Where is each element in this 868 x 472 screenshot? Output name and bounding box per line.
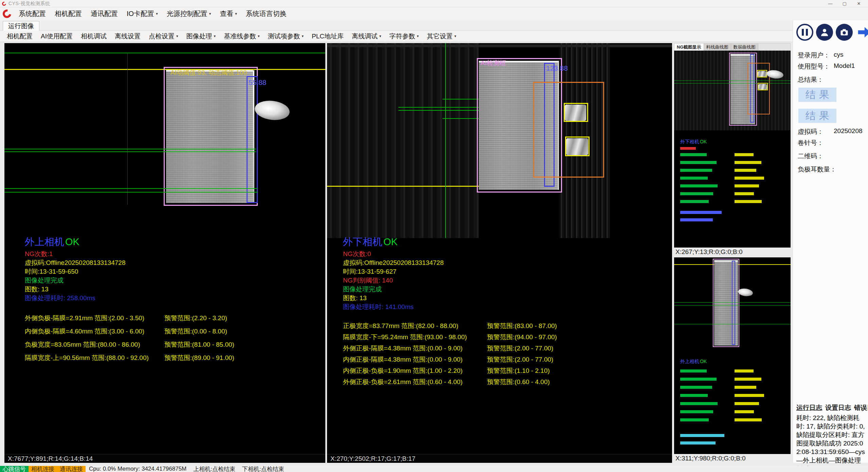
dropdown-caret-icon: ▾ [417,34,419,38]
toolbar-item-9[interactable]: 离线调试▾ [348,32,385,41]
log-tab-0[interactable]: 运行日志 [796,403,822,412]
mini-camera-title: 外下相机OK [680,139,707,145]
menu-item-1[interactable]: 相机配置 [50,7,86,20]
thumb-text-yellow [735,378,761,381]
ng-tab-0[interactable]: NG截图显示 [674,43,704,51]
log-tab-2[interactable]: 错误日志 [854,403,868,412]
measurement-row: 外侧正极-隔膜=4.38mm 范围:(0.00 - 9.00)预警范围:(2.0… [343,344,667,352]
mini-guide-line [674,83,791,84]
measurement-text: 内侧负极-隔膜=4.60mm 范围:(3.00 - 6.00) [25,328,144,335]
roi-box-blue [247,76,258,203]
metal-tab-part [254,99,291,122]
measure-value-label: 55.88 [249,78,267,87]
next-button[interactable] [855,24,868,41]
camera-button[interactable] [836,24,853,41]
reel-label: 卷针号： [798,139,833,147]
thumb-text-yellow [735,169,756,172]
menu-item-0[interactable]: 系统配置 [14,7,50,20]
mini-text-blue [680,211,722,214]
guide-line-green [4,192,258,193]
toolbar-item-1[interactable]: AI使用配置 [37,32,77,41]
machine-band [327,44,672,47]
ng-tab-1[interactable]: 料线曲线图 [704,43,731,51]
thumb-text-yellow [735,410,754,413]
toolbar-item-4[interactable]: 点检设置▾ [145,32,182,41]
virtual-code-row: 虚拟码： 20250208 [798,127,866,136]
minimize-button[interactable]: — [823,0,837,7]
dropdown-caret-icon: ▾ [214,34,216,38]
toolbar-item-3[interactable]: 离线设置 [111,32,145,41]
menu-item-4[interactable]: 光源控制配置▾ [162,7,216,20]
measurement-text: 负极宽度=83.05mm 范围:(80.00 - 86.00) [25,341,140,348]
capture-time: 时间:13-31-59-627 [343,267,396,276]
virtual-code-label: 虚拟码： [798,127,833,136]
thumb-text-row [680,410,787,414]
virtual-code: 虚拟码:Offline20250208133134728 [343,258,444,267]
ng-thumbnail-top[interactable]: 外下相机OK [674,51,791,248]
toolbar-item-2[interactable]: 相机调试 [77,32,111,41]
menu-item-3[interactable]: IO卡配置▾ [122,7,162,20]
menu-item-2[interactable]: 通讯配置 [86,7,122,20]
capture-time: 时间:13-31-59-650 [25,267,78,276]
view-tab-row: 运行图像 [0,20,793,31]
thumb-text-green [680,161,717,164]
left-camera-view[interactable]: AI动阈值:93, 动态阈值:100 55.88 外上相机OK NG次数:1 虚… [4,43,325,454]
thumb-text-yellow [735,394,764,397]
edge-line [127,53,128,205]
left-camera-panel: AI动阈值:93, 动态阈值:100 55.88 外上相机OK NG次数:1 虚… [4,43,325,463]
roi-box-yellow [564,103,588,122]
right-camera-view[interactable]: AI检测框 123.88 外下相机OK NG次数:0 虚拟码:Offline20… [327,43,672,454]
arrow-right-icon [856,24,868,40]
tab-run-image[interactable]: 运行图像 [3,21,39,31]
thumb-text-yellow [735,161,761,164]
camera-result: OK [65,236,79,247]
toolbar-item-6[interactable]: 基准线参数▾ [220,32,264,41]
process-done: 图像处理完成 [343,285,382,294]
measurement-warn: 预警范围:(83.00 - 87.00) [487,322,557,330]
thumb-text-row [680,161,787,165]
toolbar-item-5[interactable]: 图像处理▾ [182,32,220,41]
user-button[interactable] [816,24,833,41]
toolbar-item-10[interactable]: 字符参数▾ [385,32,423,41]
ai-threshold-label: AI动阈值:93, 动态阈值:100 [170,68,247,77]
thumb-text-row [680,378,787,382]
virtual-code: 虚拟码:Offline20250208133134728 [25,258,126,267]
thumb-text-green [680,184,718,187]
application-window: CYS-视觉检测系统 — ▢ ✕ 系统配置相机配置通讯配置IO卡配置▾光源控制配… [0,0,868,472]
thumb-text-green [680,394,708,397]
toolbar-item-7[interactable]: 测试项参数▾ [264,32,308,41]
guide-line-vertical-green [445,43,446,238]
mini-guide-line [674,324,791,324]
toolbar: 相机配置AI使用配置相机调试离线设置点检设置▾图像处理▾基准线参数▾测试项参数▾… [0,31,793,42]
menu-item-6[interactable]: 系统语言切换 [241,7,291,20]
thumb-text-green [680,153,707,156]
measurement-row: 外侧正极-负极=2.61mm 范围:(0.60 - 4.00)预警范围:(0.6… [343,378,667,386]
toolbar-item-8[interactable]: PLC地址库 [308,32,348,41]
menu-item-5[interactable]: 查看▾ [215,7,241,20]
mini-roi-yellow [757,70,767,77]
pause-button[interactable] [796,24,813,41]
toolbar-item-0[interactable]: 相机配置 [3,32,37,41]
status-bar: 心跳信号 相机连接 通讯连接 Cpu: 0.0% Memory: 3424.41… [0,466,868,472]
guide-line-green [4,149,256,149]
thumb-text-row [680,169,787,173]
camera-icon [839,28,849,37]
close-button[interactable]: ✕ [852,0,866,7]
ng-thumbnail-bottom[interactable]: 外上相机OK [674,257,791,454]
measurement-warn: 预警范围:(89.00 - 91.00) [164,353,234,362]
measurement-text: 外侧正极-隔膜=4.38mm 范围:(0.00 - 9.00) [343,345,463,352]
thumb-text-row [680,369,787,374]
right-pixel-coords: X:270;Y:2502;R:17;G:17;B:17 [327,454,672,463]
mini-camera-result: OK [700,359,707,364]
thumb-text-yellow [735,184,759,187]
thumb-text-green [680,177,708,180]
thumb-text-row [680,184,787,188]
maximize-button[interactable]: ▢ [837,0,852,7]
ng-tab-2[interactable]: 数据曲线图 [731,43,758,51]
toolbar-item-11[interactable]: 其它设置▾ [423,32,460,41]
roi-box-yellow [565,137,590,156]
measurement-row: 内侧负极-隔膜=4.60mm 范围:(3.00 - 6.00)预警范围:(0.0… [25,327,320,335]
log-tab-1[interactable]: 设置日志 [825,403,851,412]
login-label: 登录用户： [798,51,833,60]
mini-text-cyan [680,434,724,437]
